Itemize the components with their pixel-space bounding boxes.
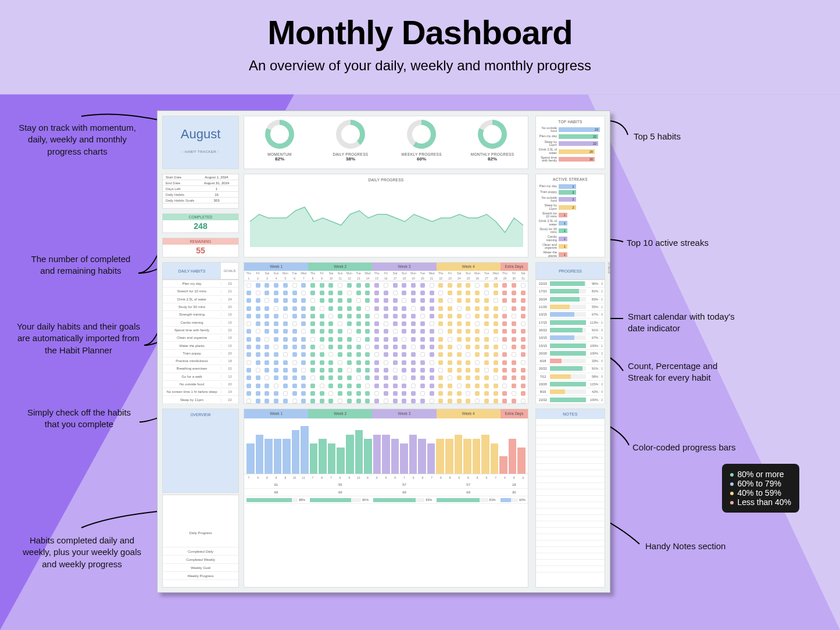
habit-checkbox[interactable] [384,337,388,342]
habit-checkbox[interactable] [374,337,379,342]
habit-checkbox[interactable] [393,314,398,318]
habit-checkbox[interactable] [393,391,398,396]
habit-checkbox[interactable] [475,375,480,380]
habit-checkbox[interactable] [438,337,443,342]
habit-checkbox[interactable] [512,399,516,403]
notes-line[interactable] [536,425,605,432]
habit-checkbox[interactable] [365,291,370,295]
habit-checkbox[interactable] [264,337,269,342]
habit-checkbox[interactable] [374,399,379,403]
habit-checkbox[interactable] [494,360,498,365]
habit-checkbox[interactable] [402,283,406,288]
habit-checkbox[interactable] [283,368,288,373]
habit-checkbox[interactable] [264,283,269,288]
habit-checkbox[interactable] [347,314,352,318]
habit-checkbox[interactable] [347,368,352,373]
habit-checkbox[interactable] [338,321,342,326]
habit-checkbox[interactable] [411,321,416,326]
habit-checkbox[interactable] [320,321,324,326]
habit-checkbox[interactable] [356,329,361,334]
habit-checkbox[interactable] [393,368,398,373]
habit-checkbox[interactable] [502,306,507,311]
habit-checkbox[interactable] [274,360,278,365]
habit-checkbox[interactable] [374,283,379,288]
habit-checkbox[interactable] [484,391,489,396]
habit-checkbox[interactable] [438,384,443,388]
habit-checkbox[interactable] [484,283,489,288]
habit-checkbox[interactable] [274,306,278,311]
habit-checkbox[interactable] [384,399,388,403]
habit-checkbox[interactable] [301,368,306,373]
habit-checkbox[interactable] [466,291,470,295]
habit-checkbox[interactable] [384,314,388,318]
habit-checkbox[interactable] [356,337,361,342]
habit-checkbox[interactable] [320,298,324,303]
notes-line[interactable] [536,566,605,572]
habit-checkbox[interactable] [320,399,324,403]
habit-checkbox[interactable] [356,375,361,380]
habit-checkbox[interactable] [512,291,516,295]
habit-checkbox[interactable] [420,360,425,365]
habit-checkbox[interactable] [256,391,260,396]
habit-checkbox[interactable] [356,391,361,396]
habit-checkbox[interactable] [283,329,288,334]
habit-checkbox[interactable] [521,321,526,326]
habit-checkbox[interactable] [384,375,388,380]
notes-line[interactable] [536,560,605,566]
habit-checkbox[interactable] [393,329,398,334]
habit-checkbox[interactable] [521,314,526,318]
habit-checkbox[interactable] [256,337,260,342]
habit-checkbox[interactable] [310,329,315,334]
habit-checkbox[interactable] [320,360,324,365]
habit-checkbox[interactable] [494,399,498,403]
habit-checkbox[interactable] [484,368,489,373]
habit-checkbox[interactable] [274,321,278,326]
notes-line[interactable] [536,496,605,502]
habit-checkbox[interactable] [466,375,470,380]
habit-checkbox[interactable] [502,298,507,303]
habit-checkbox[interactable] [246,368,251,373]
habit-checkbox[interactable] [420,391,425,396]
habit-checkbox[interactable] [448,329,452,334]
habit-checkbox[interactable] [420,306,425,311]
habit-checkbox[interactable] [457,375,462,380]
habit-checkbox[interactable] [246,399,251,403]
habit-checkbox[interactable] [457,321,462,326]
habit-checkbox[interactable] [420,399,425,403]
habit-checkbox[interactable] [457,298,462,303]
habit-checkbox[interactable] [246,375,251,380]
habit-checkbox[interactable] [466,321,470,326]
habit-checkbox[interactable] [374,314,379,318]
habit-checkbox[interactable] [365,384,370,388]
habit-checkbox[interactable] [512,298,516,303]
habit-checkbox[interactable] [320,329,324,334]
habit-checkbox[interactable] [283,352,288,357]
habit-checkbox[interactable] [384,329,388,334]
habit-checkbox[interactable] [384,384,388,388]
habit-checkbox[interactable] [320,384,324,388]
habit-checkbox[interactable] [338,345,342,349]
notes-line[interactable] [536,457,605,464]
habit-checkbox[interactable] [502,329,507,334]
habit-checkbox[interactable] [402,345,406,349]
habit-checkbox[interactable] [402,352,406,357]
habit-checkbox[interactable] [411,329,416,334]
habit-checkbox[interactable] [292,291,297,295]
habit-checkbox[interactable] [393,306,398,311]
habit-checkbox[interactable] [338,298,342,303]
habit-checkbox[interactable] [264,391,269,396]
habit-checkbox[interactable] [393,375,398,380]
habit-checkbox[interactable] [301,384,306,388]
habit-checkbox[interactable] [338,283,342,288]
habit-checkbox[interactable] [438,321,443,326]
habit-checkbox[interactable] [402,337,406,342]
habit-checkbox[interactable] [256,384,260,388]
notes-line[interactable] [536,489,605,496]
habit-checkbox[interactable] [457,306,462,311]
habit-checkbox[interactable] [274,368,278,373]
habit-checkbox[interactable] [457,368,462,373]
habit-checkbox[interactable] [356,399,361,403]
habit-checkbox[interactable] [466,329,470,334]
habit-checkbox[interactable] [384,291,388,295]
habit-checkbox[interactable] [283,375,288,380]
